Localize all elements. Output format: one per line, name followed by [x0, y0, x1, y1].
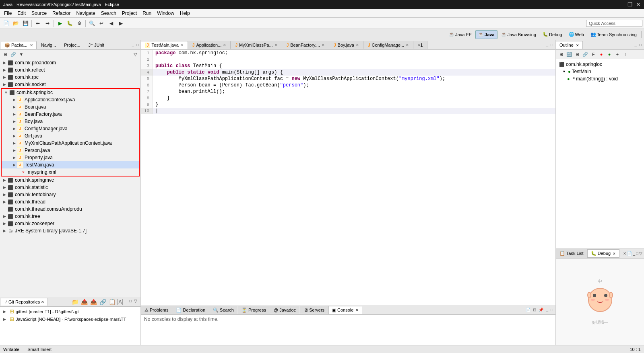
- menu-source[interactable]: Source: [29, 10, 49, 17]
- menu-search[interactable]: Search: [99, 10, 119, 17]
- tab-task-list[interactable]: 📋 Task List: [556, 249, 587, 258]
- perspective-debug[interactable]: 🐛 Debug: [540, 30, 565, 39]
- line-content-6[interactable]: Person bean = (Person) fac.getBean("pers…: [153, 82, 309, 88]
- toolbar-new[interactable]: 📄: [2, 19, 10, 28]
- tab-package-explorer[interactable]: 📦 Packa... ✕: [1, 41, 37, 49]
- toolbar-back[interactable]: ◀: [107, 19, 116, 28]
- git-panel-chevron[interactable]: ▽: [133, 299, 138, 305]
- tab-close-package[interactable]: ✕: [30, 43, 33, 47]
- perspective-java[interactable]: ☕ Java: [475, 30, 497, 39]
- line-content-10[interactable]: |: [153, 108, 158, 114]
- task-min-btn[interactable]: _: [633, 251, 635, 256]
- perspective-java-ee[interactable]: ☕ Java EE: [446, 30, 475, 39]
- tab-debug-panel[interactable]: 🐛 Debug ✕: [587, 249, 620, 258]
- tree-item-myxml[interactable]: ▶ J MyXmlClassPathApplicationContext.jav…: [2, 140, 139, 147]
- perspective-web[interactable]: 🌐 Web: [566, 30, 587, 39]
- tab-declaration[interactable]: 📄 Declaration: [172, 306, 209, 314]
- outline-hide-static[interactable]: ●: [606, 51, 613, 58]
- tab-git-repositories[interactable]: ⑂ Git Repositories ✕: [1, 298, 48, 306]
- git-toolbar-btn3[interactable]: 📤: [89, 299, 98, 305]
- tree-item-person[interactable]: ▶ J Person.java: [2, 147, 139, 154]
- outline-expand[interactable]: +: [614, 51, 621, 58]
- tree-item-thread-comsu[interactable]: ⬛ com.hk.thread.comsuAndprodu: [0, 205, 140, 213]
- tree-item-myspring[interactable]: x myspring.xml: [2, 168, 139, 176]
- git-toolbar-btn1[interactable]: 📁: [71, 299, 79, 305]
- view-menu-btn[interactable]: ▽: [132, 51, 139, 58]
- toolbar-forward[interactable]: ➡: [43, 19, 52, 28]
- git-toolbar-btn5[interactable]: 📋: [108, 299, 116, 305]
- tree-item-applicationcontext[interactable]: ▶ J ApplicationContext.java: [2, 96, 139, 103]
- tab-progress[interactable]: ⏳ Progress: [238, 306, 270, 314]
- tab-beanfactory[interactable]: J BeanFactory.... ✕: [282, 41, 329, 49]
- tree-item-thread[interactable]: ▶ ⬛ com.hk.thread: [0, 198, 140, 205]
- panel-minimize-btn[interactable]: _: [131, 43, 135, 47]
- menu-refactor[interactable]: Refactor: [50, 10, 73, 17]
- close-app[interactable]: ✕: [223, 43, 226, 47]
- tree-item-zookeeper[interactable]: ▶ ⬛ com.hk.zookeeper: [0, 220, 140, 227]
- tab-problems[interactable]: ⚠ Problems: [141, 306, 172, 314]
- git-panel-maximize[interactable]: □: [128, 299, 132, 305]
- tab-testmain[interactable]: J TestMain.java ✕: [141, 41, 188, 49]
- toolbar-run[interactable]: ▶: [56, 19, 64, 28]
- quick-access-input[interactable]: Quick Access: [586, 20, 642, 27]
- close-beanfactory[interactable]: ✕: [322, 43, 325, 47]
- tab-application[interactable]: J Application... ✕: [188, 41, 231, 49]
- menu-edit[interactable]: Edit: [15, 10, 28, 17]
- git-toolbar-btn2[interactable]: 📥: [80, 299, 89, 305]
- outline-item-class[interactable]: ▼ ● TestMain: [557, 68, 642, 75]
- tree-item-testmain[interactable]: ▶ J TestMain.java: [2, 161, 139, 168]
- console-new-btn[interactable]: 📄: [525, 308, 531, 312]
- toolbar-fwd[interactable]: ▶: [116, 19, 125, 28]
- outline-maximize-btn[interactable]: □: [638, 43, 642, 47]
- code-editor[interactable]: 1 package com.hk.springioc; 2 3 public c…: [141, 50, 555, 305]
- outline-filter-btn[interactable]: 🔡: [566, 51, 573, 58]
- tab-servers[interactable]: 🖥 Servers: [300, 306, 328, 314]
- tab-project[interactable]: Projec...: [60, 41, 84, 49]
- console-pin-btn[interactable]: 📌: [538, 308, 544, 312]
- tab-outline[interactable]: Outline ✕: [556, 41, 583, 49]
- task-btn2[interactable]: 📄: [627, 251, 632, 256]
- task-btn1[interactable]: ✕: [623, 251, 626, 256]
- tree-item-proandcom[interactable]: ▶ ⬛ com.hk.proandcom: [0, 59, 140, 66]
- tree-item-socket[interactable]: ▶ ⬛ com.hk.socket: [0, 81, 140, 88]
- menu-run[interactable]: Run: [140, 10, 154, 17]
- tree-item-tentobinary[interactable]: ▶ ⬛ com.hk.tentobinary: [0, 191, 140, 198]
- task-chevron-btn[interactable]: ▽: [639, 251, 642, 256]
- line-content-3[interactable]: public class TestMain {: [153, 63, 222, 69]
- tab-search[interactable]: 🔍 Search: [209, 306, 237, 314]
- tab-junit[interactable]: J⁻ JUnit: [85, 41, 108, 49]
- line-content-7[interactable]: bean.printAll();: [153, 88, 225, 95]
- tree-item-rpc[interactable]: ▶ ⬛ com.hk.rpc: [0, 74, 140, 81]
- menu-file[interactable]: File: [2, 10, 14, 17]
- debug-tab-close[interactable]: ✕: [613, 252, 616, 256]
- tree-item-beanfactory[interactable]: ▶ J BeanFactory.java: [2, 111, 139, 118]
- git-toolbar-btn4[interactable]: 🔗: [99, 299, 107, 305]
- tree-item-springmvc[interactable]: ▶ ⬛ com.hk.springmvc: [0, 176, 140, 184]
- toolbar-search-btn[interactable]: 🔍: [87, 19, 96, 28]
- editor-minimize-btn[interactable]: _: [545, 43, 549, 47]
- close-boy[interactable]: ✕: [356, 43, 359, 47]
- tree-item-configmanager[interactable]: ▶ J ConfigManager.java: [2, 125, 139, 132]
- outline-item-method[interactable]: ● ⁸ main(String[]) : void: [557, 75, 642, 82]
- close-testmain[interactable]: ✕: [180, 43, 184, 47]
- toolbar-debug-btn[interactable]: 🐛: [65, 19, 74, 28]
- editor-maximize-btn[interactable]: □: [550, 43, 554, 47]
- window-controls[interactable]: — ❐ ✕: [619, 1, 641, 8]
- menu-navigate[interactable]: Navigate: [74, 10, 97, 17]
- close-config[interactable]: ✕: [406, 43, 409, 47]
- outline-override[interactable]: ↑: [622, 51, 629, 58]
- outline-hide-fields[interactable]: F: [590, 51, 597, 58]
- line-content-9[interactable]: }: [153, 101, 158, 108]
- tree-item-boy[interactable]: ▶ J Boy.java: [2, 118, 139, 125]
- line-content-1[interactable]: package com.hk.springioc;: [153, 50, 228, 56]
- tab-configmanager[interactable]: J ConfigManage... ✕: [363, 41, 413, 49]
- menu-help[interactable]: Help: [178, 10, 192, 17]
- tab-myxmlclasspath[interactable]: J MyXmlClassPa... ✕: [231, 41, 282, 49]
- toolbar-ext1[interactable]: ⚙: [75, 19, 84, 28]
- menu-project[interactable]: Project: [120, 10, 139, 17]
- git-panel-minimize[interactable]: _: [124, 299, 128, 305]
- tab-console[interactable]: ▣ Console ✕: [328, 306, 362, 314]
- tree-item-springioc[interactable]: ▼ ⬛ com.hk.springioc: [2, 89, 139, 96]
- line-content-4[interactable]: public static void main(String[] args) {: [153, 69, 283, 76]
- maximize-btn[interactable]: ❐: [627, 1, 633, 8]
